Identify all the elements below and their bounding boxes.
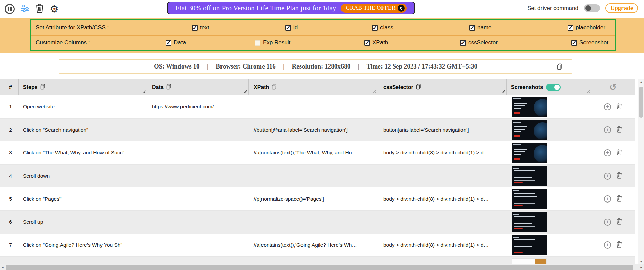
info-separator: |: [207, 63, 208, 70]
step-description: Click on "Search navigation": [18, 119, 147, 142]
step-data: [147, 141, 248, 165]
session-info-bar: OS: Windows 10|Browser: Chrome 116|Resol…: [58, 59, 573, 74]
add-step-button[interactable]: +: [604, 241, 611, 249]
id-checkbox[interactable]: ✓: [285, 25, 291, 31]
column-header-data: Data: [147, 79, 248, 95]
pause-icon[interactable]: [5, 4, 15, 14]
screenshots-toggle[interactable]: [546, 84, 561, 91]
delete-step-button[interactable]: [616, 172, 622, 180]
screenshot-checkbox[interactable]: ✓: [571, 40, 577, 46]
cssselector-checkbox[interactable]: ✓: [460, 40, 466, 46]
screenshot-thumbnail[interactable]: [512, 212, 547, 232]
option-cssselector: ✓cssSelector: [460, 39, 498, 46]
step-description: Click on "Going Agile? Here’s Why You Sh…: [18, 234, 147, 257]
screenshot-thumbnail[interactable]: [512, 235, 547, 255]
horizontal-scroll-thumb[interactable]: [6, 265, 633, 270]
column-resize-handle[interactable]: [244, 89, 247, 95]
add-step-button[interactable]: +: [604, 103, 611, 110]
delete-step-button[interactable]: [616, 126, 622, 134]
vertical-scrollbar[interactable]: ▲ ▼: [638, 79, 644, 264]
column-resize-handle[interactable]: [587, 89, 590, 95]
promo-banner-text: Flat 30% off on Pro Version Life Time Pl…: [175, 4, 336, 12]
testcase-recorder-app: ⚙ ✕ Flat 30% off on Pro Version Life Tim…: [0, 0, 644, 270]
step-data: [147, 119, 248, 142]
column-resize-handle[interactable]: [501, 89, 505, 95]
delete-step-button[interactable]: [616, 195, 622, 203]
session-info-browser: Browser: Chrome 116: [216, 63, 276, 70]
scroll-up-arrow[interactable]: ▲: [638, 79, 644, 85]
table-row: 4Scroll down+: [0, 165, 635, 188]
screenshot-thumbnail[interactable]: [512, 97, 547, 117]
step-css-selector: button[aria-label='Search navigation']: [378, 119, 506, 142]
copy-column-icon[interactable]: [166, 84, 171, 91]
step-number: 5: [3, 187, 18, 211]
xpath-checkbox[interactable]: ✓: [364, 40, 370, 46]
name-checkbox[interactable]: ✓: [469, 25, 475, 31]
filters-icon[interactable]: [21, 4, 30, 14]
step-xpath: [248, 165, 378, 188]
step-data: https://www.perficient.com/: [147, 95, 248, 119]
scroll-down-arrow[interactable]: ▼: [638, 259, 644, 264]
option-data: ✓Data: [166, 39, 186, 46]
copy-column-icon[interactable]: [40, 84, 45, 91]
screenshot-thumbnail[interactable]: [512, 166, 547, 186]
undo-icon[interactable]: ↺: [609, 82, 617, 93]
table-row: 3Click on "The What, Why, and How of Suc…: [0, 141, 635, 165]
step-data: [147, 187, 248, 211]
step-number: 4: [3, 165, 18, 188]
horizontal-scrollbar[interactable]: ◄ ►: [0, 264, 644, 270]
checkbox-label: Exp Result: [263, 39, 290, 46]
row-actions: +: [592, 211, 635, 234]
delete-step-button[interactable]: [616, 149, 622, 157]
add-step-button[interactable]: +: [604, 173, 611, 180]
screenshot-thumbnail[interactable]: [512, 143, 547, 163]
step-data: [147, 165, 248, 188]
grab-offer-button[interactable]: GRAB THE OFFER: [341, 4, 406, 13]
settings-tools-icon[interactable]: ⚙ ✕: [50, 3, 61, 15]
column-header-#: #: [3, 79, 18, 95]
row-actions: +: [592, 141, 635, 165]
vertical-scroll-thumb[interactable]: [639, 87, 643, 118]
delete-step-button[interactable]: [616, 241, 622, 249]
row-actions: +: [592, 165, 635, 188]
scroll-right-arrow[interactable]: ►: [639, 264, 644, 270]
grab-offer-label: GRAB THE OFFER: [346, 5, 395, 11]
column-header-xpath: XPath: [248, 79, 378, 95]
session-info-resolution: Resolution: 1280x680: [292, 63, 350, 70]
attribute-row-label: Customize Columns :: [36, 39, 90, 46]
add-step-button[interactable]: +: [604, 195, 611, 203]
step-css-selector: [378, 165, 506, 188]
screenshot-thumbnail[interactable]: [512, 189, 547, 209]
delete-step-button[interactable]: [616, 103, 622, 111]
exp-result-checkbox[interactable]: [255, 40, 260, 46]
copy-column-icon[interactable]: [272, 84, 277, 91]
table-row: 5Click on "Pages"//p[normalize-space()='…: [0, 187, 635, 211]
text-checkbox[interactable]: ✓: [192, 25, 198, 31]
column-resize-handle[interactable]: [373, 89, 376, 95]
column-label: Screenshots: [511, 84, 543, 90]
upgrade-button[interactable]: Upgrade: [605, 3, 638, 13]
driver-command-toggle[interactable]: [584, 4, 600, 12]
trash-icon[interactable]: [36, 4, 44, 14]
copy-column-icon[interactable]: [416, 84, 421, 91]
option-placeholder: ✓placeholder: [568, 24, 605, 31]
placeholder-checkbox[interactable]: ✓: [568, 25, 573, 31]
top-toolbar: ⚙ ✕ Flat 30% off on Pro Version Life Tim…: [0, 0, 644, 18]
option-class: ✓class: [372, 24, 393, 31]
data-checkbox[interactable]: ✓: [166, 40, 171, 46]
option-name: ✓name: [469, 24, 492, 31]
checkbox-label: Data: [174, 39, 186, 46]
delete-step-button[interactable]: [616, 218, 622, 226]
scroll-left-arrow[interactable]: ◄: [0, 264, 5, 270]
column-resize-handle[interactable]: [142, 89, 146, 95]
screenshot-thumbnail[interactable]: [512, 258, 547, 264]
class-checkbox[interactable]: ✓: [372, 25, 378, 31]
add-step-button[interactable]: +: [604, 219, 611, 226]
column-header-screenshots: Screenshots: [506, 79, 592, 95]
step-xpath: //p[normalize-space()='Pages']: [248, 187, 378, 211]
screenshot-thumbnail[interactable]: [512, 120, 547, 140]
add-step-button[interactable]: +: [604, 126, 611, 133]
add-step-button[interactable]: +: [604, 149, 611, 156]
step-description: Open website: [18, 95, 147, 119]
copy-session-info-icon[interactable]: [557, 63, 562, 71]
